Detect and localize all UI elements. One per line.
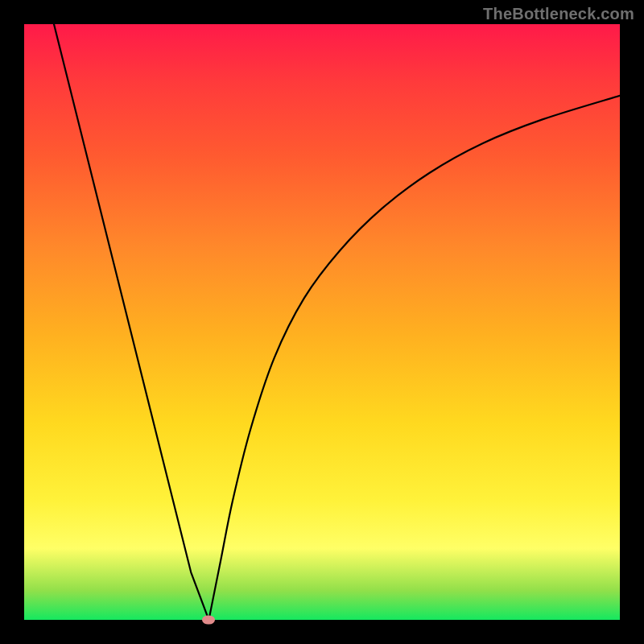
- curve-path: [54, 24, 620, 620]
- minimum-marker: [202, 616, 215, 625]
- plot-area: [24, 24, 620, 620]
- watermark-text: TheBottleneck.com: [483, 5, 634, 23]
- bottleneck-curve: [24, 24, 620, 620]
- chart-stage: TheBottleneck.com: [0, 0, 644, 644]
